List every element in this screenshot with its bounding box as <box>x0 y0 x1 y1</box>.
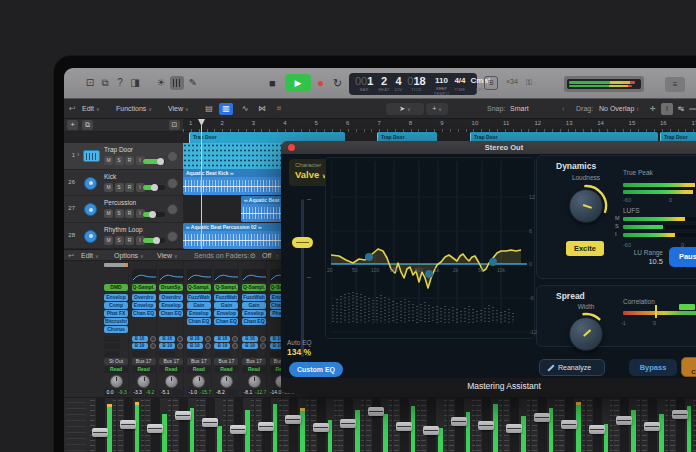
audio-fx-slot[interactable]: Chan EQ <box>214 318 238 325</box>
fader-cap[interactable] <box>230 425 246 434</box>
crosshair-icon[interactable]: ✛ <box>647 103 659 115</box>
reanalyze-button[interactable]: Reanalyze <box>539 359 605 376</box>
input-button[interactable]: Q-Sampl. <box>242 284 266 291</box>
pan-knob[interactable] <box>110 375 123 388</box>
automation-mode-button[interactable]: Read <box>132 366 156 373</box>
send-knob[interactable] <box>177 343 183 349</box>
eq-thumbnail[interactable] <box>187 269 212 282</box>
send-slot-empty[interactable] <box>214 351 230 357</box>
pan-knob[interactable] <box>248 375 261 388</box>
send-slot-empty[interactable] <box>104 351 120 357</box>
fader-cap[interactable] <box>120 420 136 429</box>
pan-knob[interactable] <box>165 375 178 388</box>
track-header[interactable]: 26KickMSRI <box>64 170 183 197</box>
output-button[interactable]: Bus 17 <box>159 358 183 365</box>
track-r-button[interactable]: R <box>125 209 134 218</box>
send-knob[interactable] <box>260 343 266 349</box>
audio-fx-slot[interactable]: Overdrv <box>159 294 183 301</box>
input-button[interactable]: Q-Sampl. <box>214 284 238 291</box>
add-track-button[interactable]: + <box>67 120 78 130</box>
inspector-icon[interactable]: ◨ <box>128 76 142 90</box>
track-volume-slider[interactable] <box>143 212 165 217</box>
fader-cap[interactable] <box>616 416 632 425</box>
eq-thumbnail[interactable] <box>242 269 267 282</box>
send-knob[interactable] <box>232 343 238 349</box>
fader-cap[interactable] <box>644 422 660 431</box>
sends-on-faders-value[interactable]: Off <box>262 250 271 261</box>
track-volume-slider[interactable] <box>143 185 165 190</box>
send-slot[interactable]: B 16 <box>242 336 258 342</box>
automation-icon[interactable]: ∿ <box>238 103 252 115</box>
send-slot-empty[interactable] <box>104 343 120 349</box>
eq-thumbnail[interactable] <box>214 269 239 282</box>
send-slot-empty[interactable] <box>242 351 258 357</box>
fader-cap[interactable] <box>147 424 163 433</box>
track-pan-knob[interactable] <box>167 151 178 162</box>
send-slot[interactable]: B 16 <box>132 336 148 342</box>
snap-stepper-icon[interactable]: ↕ <box>562 99 565 119</box>
audio-fx-slot[interactable]: Gain <box>187 302 211 309</box>
track-header[interactable]: 27PercussionMSRI <box>64 196 183 223</box>
send-slot[interactable]: B 16 <box>214 336 230 342</box>
track-r-button[interactable]: R <box>125 183 134 192</box>
audio-fx-slot[interactable]: Envelop <box>159 302 183 309</box>
pan-knob[interactable] <box>220 375 233 388</box>
send-slot[interactable]: B 19 <box>159 343 175 349</box>
send-knob[interactable] <box>260 336 266 342</box>
track-m-button[interactable]: M <box>104 183 113 192</box>
snap-menu[interactable]: Smart <box>510 99 529 119</box>
fader-cap[interactable] <box>506 424 522 433</box>
audio-fx-slot[interactable]: FuzzWah <box>214 294 238 301</box>
custom-eq-button[interactable]: Custom EQ <box>289 362 343 377</box>
fader-cap[interactable] <box>396 422 412 431</box>
audio-fx-slot[interactable]: FuzzWah <box>187 294 211 301</box>
list-editor-icon[interactable]: ≡ <box>665 77 685 92</box>
playhead-line[interactable] <box>201 119 202 249</box>
audio-fx-slot[interactable]: Gain <box>242 302 266 309</box>
fader-cap[interactable] <box>368 407 384 416</box>
pause-button[interactable]: Pause <box>669 247 696 267</box>
duplicate-track-button[interactable]: ⧉ <box>82 120 93 130</box>
fader-cap[interactable] <box>451 417 467 426</box>
track-r-button[interactable]: R <box>125 156 134 165</box>
output-button[interactable]: Bus 17 <box>132 358 156 365</box>
track-m-button[interactable]: M <box>104 156 113 165</box>
track-m-button[interactable]: M <box>104 209 113 218</box>
bypass-button[interactable]: Bypass <box>629 359 677 376</box>
send-slot[interactable]: B 19 <box>214 343 230 349</box>
bar-ruler[interactable]: 1234567891011121314151617 <box>183 119 696 132</box>
track-s-button[interactable]: S <box>115 209 124 218</box>
send-slot[interactable]: B 16 <box>159 336 175 342</box>
audio-fx-slot[interactable]: Chan EQ <box>132 310 156 317</box>
audio-fx-slot[interactable]: Envelop <box>214 310 238 317</box>
mixer-icon[interactable] <box>170 76 184 90</box>
audio-fx-slot[interactable]: Chan EQ <box>187 318 211 325</box>
automation-mode-button[interactable]: Read <box>214 366 238 373</box>
output-button[interactable]: St Out <box>104 358 128 365</box>
track-m-button[interactable]: M <box>104 236 113 245</box>
fader-cap[interactable] <box>672 410 688 419</box>
send-slot[interactable]: B 19 <box>242 343 258 349</box>
pan-knob[interactable] <box>192 375 205 388</box>
count-in-icon[interactable]: ⊞ <box>484 76 498 90</box>
autozoom-icon[interactable]: ↹ <box>675 103 687 115</box>
editors-view-icon[interactable]: ▥ <box>219 103 233 115</box>
output-button[interactable]: Bus 17 <box>242 358 266 365</box>
audio-fx-slot[interactable]: Overdrv <box>132 294 156 301</box>
play-button[interactable]: ▶ <box>285 74 311 92</box>
menu-edit[interactable]: Edit ∨ <box>82 99 100 119</box>
pencil-icon[interactable]: ✎ <box>186 76 200 90</box>
send-slot-empty[interactable] <box>104 336 120 342</box>
audio-fx-slot[interactable]: Comp <box>104 302 128 309</box>
track-header-panel-button[interactable]: ⊡ <box>169 120 180 130</box>
audio-fx-slot[interactable]: Gain <box>214 302 238 309</box>
fader-cap[interactable] <box>589 425 605 434</box>
track-header[interactable]: 1›Trap DoorMSRI <box>64 143 183 170</box>
track-pan-knob[interactable] <box>167 204 178 215</box>
pan-knob[interactable] <box>137 375 150 388</box>
fader-cap[interactable] <box>175 411 191 420</box>
pointer-tool-menu[interactable]: ➤ ∨ <box>386 103 424 115</box>
drag-menu[interactable]: No Overlap ↕ <box>599 99 639 119</box>
send-knob[interactable] <box>205 343 211 349</box>
mixer-menu-edit[interactable]: Edit ∨ <box>81 250 99 262</box>
